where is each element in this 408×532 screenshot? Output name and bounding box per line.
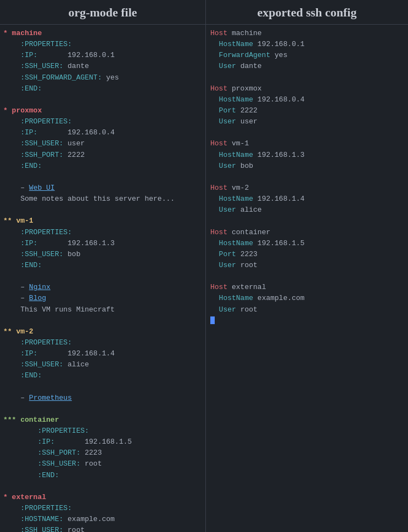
org-line: * external [3, 492, 205, 503]
org-link[interactable]: Nginx [29, 283, 51, 291]
ssh-host-line: Host vm-1 [210, 138, 408, 149]
ssh-entry-line: HostName example.com [210, 293, 408, 304]
org-line [3, 172, 205, 183]
org-line: :PROPERTIES: [3, 426, 205, 437]
ssh-blank-line [210, 127, 408, 138]
org-line: :SSH_USER: root [3, 459, 205, 469]
main-content: * machine :PROPERTIES: :IP: 192.168.0.1 … [0, 25, 408, 532]
text-cursor [210, 316, 215, 324]
org-line: – Web UI [3, 183, 205, 194]
org-line: :IP: 192.168.1.5 [3, 437, 205, 448]
org-line: :END: [3, 370, 205, 381]
org-line: :SSH_USER: user [3, 138, 205, 149]
ssh-blank-line [210, 172, 408, 183]
org-line [3, 404, 205, 415]
org-line: ** vm-1 [3, 216, 205, 227]
ssh-entry-line: Port 2223 [210, 249, 408, 260]
org-line: This VM runs Minecraft [3, 304, 205, 315]
org-line: * machine [3, 28, 205, 39]
org-line: :END: [3, 260, 205, 271]
org-line: :END: [3, 161, 205, 172]
org-line: :PROPERTIES: [3, 337, 205, 348]
ssh-entry-line: HostName 192.168.0.1 [210, 39, 408, 50]
ssh-cursor-line [210, 315, 408, 326]
org-line: :END: [3, 83, 205, 94]
org-line: – Nginx [3, 282, 205, 293]
org-link[interactable]: Blog [29, 294, 46, 302]
ssh-entry-line: User bob [210, 161, 408, 172]
org-line: * proxmox [3, 105, 205, 116]
org-line: :PROPERTIES: [3, 39, 205, 50]
org-line: :PROPERTIES: [3, 503, 205, 514]
org-line: ** vm-2 [3, 326, 205, 337]
org-link[interactable]: Web UI [29, 184, 55, 192]
ssh-entry-line: HostName 192.168.1.5 [210, 238, 408, 249]
org-line [3, 205, 205, 216]
org-line [3, 382, 205, 393]
org-line: :SSH_FORWARD_AGENT: yes [3, 72, 205, 83]
ssh-entry-line: User dante [210, 61, 408, 72]
org-line: :PROPERTIES: [3, 227, 205, 238]
org-line: :IP: 192.168.1.4 [3, 348, 205, 359]
ssh-blank-line [210, 216, 408, 227]
ssh-entry-line: User root [210, 260, 408, 271]
ssh-entry-line: HostName 192.168.0.4 [210, 94, 408, 105]
ssh-entry-line: Port 2222 [210, 105, 408, 116]
org-line: :HOSTNAME: example.com [3, 514, 205, 525]
org-line: *** container [3, 415, 205, 426]
ssh-entry-line: User user [210, 116, 408, 127]
org-link[interactable]: Prometheus [29, 394, 72, 402]
header: org-mode file exported ssh config [0, 0, 408, 25]
ssh-blank-line [210, 271, 408, 282]
right-pane: Host machine HostName 192.168.0.1 Forwar… [206, 25, 408, 532]
org-line [3, 94, 205, 105]
org-line: :SSH_USER: alice [3, 359, 205, 370]
ssh-host-line: Host container [210, 227, 408, 238]
org-line: Some notes about this server here... [3, 194, 205, 205]
org-line: :SSH_USER: bob [3, 249, 205, 260]
header-right-title: exported ssh config [206, 0, 408, 24]
ssh-blank-line [210, 72, 408, 83]
ssh-host-line: Host machine [210, 28, 408, 39]
org-line: :IP: 192.168.0.4 [3, 127, 205, 138]
ssh-entry-line: ForwardAgent yes [210, 50, 408, 61]
ssh-host-line: Host vm-2 [210, 183, 408, 194]
org-line: :SSH_PORT: 2223 [3, 448, 205, 459]
org-line: :SSH_USER: root [3, 525, 205, 532]
left-pane: * machine :PROPERTIES: :IP: 192.168.0.1 … [0, 25, 206, 532]
ssh-entry-line: HostName 192.168.1.4 [210, 194, 408, 205]
ssh-entry-line: User alice [210, 205, 408, 216]
org-line [3, 315, 205, 326]
ssh-entry-line: HostName 192.168.1.3 [210, 150, 408, 161]
org-line [3, 271, 205, 282]
header-left-title: org-mode file [0, 0, 206, 24]
org-line: :END: [3, 470, 205, 481]
org-line [3, 481, 205, 492]
ssh-entry-line: User root [210, 304, 408, 315]
org-line: :SSH_USER: dante [3, 61, 205, 72]
org-line: – Prometheus [3, 393, 205, 404]
org-line: :PROPERTIES: [3, 116, 205, 127]
org-line: :IP: 192.168.0.1 [3, 50, 205, 61]
org-line: :SSH_PORT: 2222 [3, 150, 205, 161]
ssh-host-line: Host proxmox [210, 83, 408, 94]
org-line: – Blog [3, 293, 205, 304]
ssh-host-line: Host external [210, 282, 408, 293]
org-line: :IP: 192.168.1.3 [3, 238, 205, 249]
